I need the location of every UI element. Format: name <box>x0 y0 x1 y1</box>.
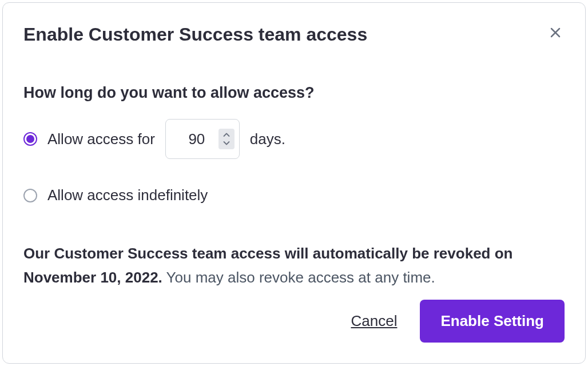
cancel-button[interactable]: Cancel <box>351 312 397 330</box>
radio-duration[interactable] <box>23 132 37 146</box>
days-input-wrap <box>165 119 240 159</box>
modal-title: Enable Customer Success team access <box>23 23 367 45</box>
access-duration-question: How long do you want to allow access? <box>23 84 565 102</box>
days-input[interactable] <box>180 130 214 148</box>
enable-access-modal: Enable Customer Success team access How … <box>2 2 586 364</box>
option-duration-label: Allow access for <box>47 119 285 159</box>
chevron-up-icon <box>223 133 230 137</box>
duration-prefix: Allow access for <box>47 130 155 148</box>
option-indefinite-row: Allow access indefinitely <box>23 186 565 204</box>
modal-header: Enable Customer Success team access <box>23 23 565 45</box>
stepper-up-button[interactable] <box>221 131 232 139</box>
modal-footer: Cancel Enable Setting <box>23 300 565 343</box>
revoke-info-rest: You may also revoke access at any time. <box>162 269 435 286</box>
revoke-info: Our Customer Success team access will au… <box>23 242 565 289</box>
access-options: Allow access for <box>23 119 565 232</box>
stepper-down-button[interactable] <box>221 139 232 147</box>
option-indefinite-label: Allow access indefinitely <box>47 186 208 204</box>
close-icon <box>549 26 562 39</box>
chevron-down-icon <box>223 141 230 145</box>
radio-indefinite[interactable] <box>23 189 37 202</box>
indefinite-text: Allow access indefinitely <box>47 186 208 204</box>
close-button[interactable] <box>546 23 565 42</box>
duration-suffix: days. <box>250 130 285 148</box>
option-duration-row: Allow access for <box>23 119 565 159</box>
enable-setting-button[interactable]: Enable Setting <box>420 300 565 343</box>
days-stepper <box>218 129 235 149</box>
